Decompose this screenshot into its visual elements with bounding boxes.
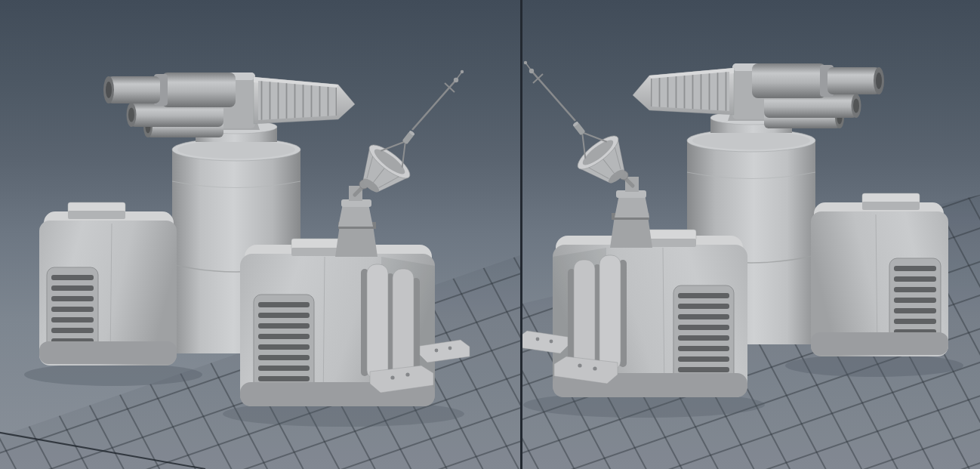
- viewport-left-canvas[interactable]: [0, 0, 520, 469]
- viewport-left[interactable]: [0, 0, 520, 469]
- dual-viewport-stage: [0, 0, 980, 469]
- viewport-right[interactable]: [522, 0, 980, 469]
- viewport-right-canvas[interactable]: [522, 0, 980, 469]
